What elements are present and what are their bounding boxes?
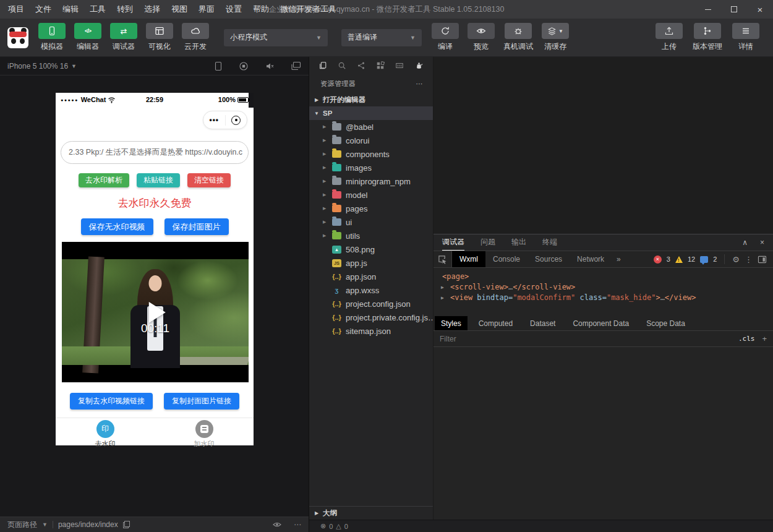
copy-icon[interactable]: [123, 521, 130, 528]
devtools-tab[interactable]: Sources: [527, 251, 570, 267]
page-path-selector[interactable]: 页面路径: [7, 520, 37, 530]
open-editors-section[interactable]: ▶ 打开的编辑器: [309, 93, 433, 106]
wxml-node[interactable]: ▶<scroll-view>…</scroll-view>: [433, 282, 773, 293]
debugger-tab[interactable]: 调试器: [442, 234, 464, 251]
exit-button[interactable]: [226, 116, 247, 125]
tree-item[interactable]: ▶ miniprogram_npm: [309, 174, 433, 188]
expand-node-icon[interactable]: ▶: [441, 293, 444, 303]
menu-item[interactable]: 项目: [2, 0, 30, 19]
debugger-tab[interactable]: 输出: [511, 234, 526, 251]
tree-item[interactable]: JS app.js: [309, 256, 433, 270]
tree-item[interactable]: ▶ components: [309, 147, 433, 161]
tree-item[interactable]: ▶ pages: [309, 202, 433, 215]
menu-item[interactable]: 帮助: [247, 0, 275, 19]
warning-badge-icon[interactable]: !: [675, 256, 683, 263]
link-input[interactable]: 2.33 Pkp:/ 生活不是选择而是热爱 https://v.douyin.c: [61, 141, 249, 164]
project-root-section[interactable]: ▼ SP: [309, 106, 433, 120]
styles-tab[interactable]: Styles: [435, 316, 468, 330]
more-button[interactable]: •••: [203, 116, 225, 124]
copy-cover-link-button[interactable]: 复制封面图片链接: [164, 393, 239, 410]
avatar[interactable]: [7, 27, 28, 48]
error-badge-icon[interactable]: ×: [654, 255, 662, 264]
detach-window-icon[interactable]: [291, 61, 301, 71]
tree-item[interactable]: ▲ 508.png: [309, 242, 433, 256]
wxml-tree[interactable]: <page>▶<scroll-view>…</scroll-view>▶<vie…: [433, 268, 773, 316]
device-selector[interactable]: iPhone 5 100% 16: [7, 62, 68, 71]
settings-gear-icon[interactable]: ⚙: [732, 255, 740, 264]
more-tabs-icon[interactable]: »: [612, 255, 626, 264]
details-button[interactable]: 详情: [732, 23, 759, 52]
parse-button[interactable]: 去水印解析: [79, 173, 129, 187]
visual-toggle[interactable]: 可视化: [145, 23, 174, 52]
tab-remove-watermark[interactable]: 印 去水印: [56, 418, 155, 450]
tree-item[interactable]: ▶ utils: [309, 229, 433, 242]
tree-item[interactable]: ʒ app.wxss: [309, 283, 433, 297]
devtools-tab[interactable]: Network: [570, 251, 612, 267]
debugger-tab[interactable]: 问题: [480, 234, 495, 251]
wxml-node[interactable]: <page>: [433, 272, 773, 282]
menu-item[interactable]: 文件: [30, 0, 57, 19]
tree-item[interactable]: ▶ images: [309, 161, 433, 174]
outline-section[interactable]: ▶ 大纲: [309, 506, 433, 520]
styles-tab[interactable]: Scope Data: [640, 316, 691, 330]
menu-item[interactable]: 选择: [139, 0, 166, 19]
new-style-rule-button[interactable]: +: [762, 334, 767, 343]
devtools-tab[interactable]: Console: [485, 251, 527, 267]
eye-icon[interactable]: [273, 521, 281, 528]
save-cover-button[interactable]: 保存封面图片: [164, 218, 229, 235]
filter-input[interactable]: [440, 335, 738, 343]
menu-item[interactable]: 设置: [220, 0, 247, 19]
device-debug-button[interactable]: 真机调试: [503, 23, 533, 52]
tree-item[interactable]: ▶ model: [309, 188, 433, 202]
clear-link-button[interactable]: 清空链接: [187, 173, 231, 187]
record-icon[interactable]: [239, 61, 249, 71]
tree-item[interactable]: ▶ @babel: [309, 120, 433, 134]
styles-tab[interactable]: Dataset: [524, 316, 562, 330]
npm-icon[interactable]: [395, 61, 404, 70]
device-frame-icon[interactable]: [214, 61, 223, 71]
menu-item[interactable]: 转到: [111, 0, 139, 19]
search-icon[interactable]: [338, 61, 346, 70]
tree-item[interactable]: {..} project.private.config.js…: [309, 311, 433, 324]
styles-tab[interactable]: Computed: [472, 316, 519, 330]
toggle-class-button[interactable]: .cls: [738, 335, 755, 343]
devtools-tab[interactable]: Wxml: [452, 251, 485, 267]
editor-toggle[interactable]: </> 编辑器: [73, 23, 103, 52]
kebab-menu-icon[interactable]: ⋮: [745, 255, 753, 264]
mode-select[interactable]: 小程序模式 ▼: [224, 29, 328, 46]
debugger-toggle[interactable]: ⇄ 调试器: [109, 23, 139, 52]
version-button[interactable]: 版本管理: [693, 23, 722, 52]
save-video-button[interactable]: 保存无水印视频: [81, 218, 153, 235]
menu-item[interactable]: 微信开发者工具: [275, 0, 342, 19]
teapot-icon[interactable]: [414, 61, 424, 70]
inspect-element-icon[interactable]: [433, 251, 452, 267]
tree-item[interactable]: ▶ ui: [309, 215, 433, 229]
extensions-icon[interactable]: [376, 61, 385, 70]
more-options-icon[interactable]: ⋯: [294, 520, 301, 529]
menu-item[interactable]: 工具: [84, 0, 111, 19]
wxml-node[interactable]: ▶<view bindtap="modalConfirm" class="mas…: [433, 293, 773, 303]
clear-cache-button[interactable]: ▼ 清缓存: [542, 23, 569, 52]
tree-item[interactable]: {..} project.config.json: [309, 297, 433, 311]
tree-item[interactable]: ▶ colorui: [309, 134, 433, 147]
menu-item[interactable]: 视图: [166, 0, 193, 19]
files-icon[interactable]: [318, 61, 327, 70]
menu-item[interactable]: 编辑: [57, 0, 84, 19]
tree-item[interactable]: {..} sitemap.json: [309, 324, 433, 338]
expand-node-icon[interactable]: ▶: [441, 282, 444, 293]
close-button[interactable]: ×: [747, 0, 773, 19]
source-control-icon[interactable]: [357, 61, 365, 70]
collapse-panel-icon[interactable]: ∧: [742, 238, 748, 247]
upload-button[interactable]: 上传: [656, 23, 683, 52]
video-player[interactable]: 00:11: [62, 242, 249, 382]
preview-button[interactable]: 预览: [468, 23, 495, 52]
paste-link-button[interactable]: 粘贴链接: [137, 173, 180, 187]
close-panel-icon[interactable]: ×: [760, 238, 764, 247]
styles-tab[interactable]: Component Data: [566, 316, 635, 330]
compile-button[interactable]: 编译: [432, 23, 459, 52]
minimize-button[interactable]: [695, 0, 721, 19]
maximize-button[interactable]: [721, 0, 747, 19]
cloud-toggle[interactable]: 云开发: [181, 23, 210, 52]
mute-icon[interactable]: [265, 61, 275, 71]
dock-side-icon[interactable]: [758, 255, 767, 264]
